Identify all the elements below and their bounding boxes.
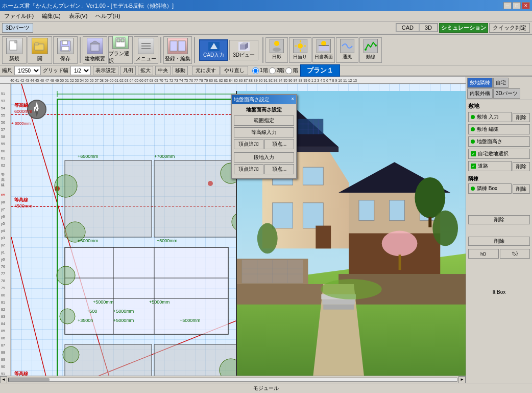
save-button[interactable]: 保存 xyxy=(53,36,78,64)
svg-text:51: 51 xyxy=(1,92,5,96)
right-panel-tabs: 敷地隣棟 自宅 内装外構 3Dパーツ xyxy=(466,77,532,100)
cad-input-button[interactable]: CAD入力 xyxy=(199,39,228,61)
svg-rect-154 xyxy=(303,167,323,185)
grid-select[interactable]: 1/2 xyxy=(70,66,91,75)
zoom-button[interactable]: 拡大 xyxy=(138,66,153,75)
menu-button[interactable]: メニュー xyxy=(134,36,158,64)
simulation-label: シミュレーション xyxy=(441,24,486,32)
plan-select-button[interactable]: プラン選択 xyxy=(108,36,133,64)
building-overview-button[interactable]: 建物概要 xyxy=(83,36,107,64)
range-specify-button[interactable]: 範囲指定 xyxy=(234,115,294,126)
road-button[interactable]: ✓ 道路 xyxy=(468,161,512,171)
horizontal-scrollbar[interactable]: ◄ ► xyxy=(0,376,466,383)
menu-help[interactable]: ヘルプ(H) xyxy=(93,12,122,20)
vertex-button1[interactable]: 頂点... xyxy=(264,139,294,149)
menu-view[interactable]: 表示(V) xyxy=(67,12,90,20)
land-input-button[interactable]: 敷地 入力 xyxy=(468,112,512,122)
sunlight-button[interactable]: 日当り xyxy=(289,37,311,63)
ground-height-button[interactable]: 地盤面高さ xyxy=(468,136,530,147)
neighbor-box-label: 隣棟 Box xyxy=(477,185,497,192)
action-button-1[interactable]: hD xyxy=(468,249,499,259)
top-ruler: 40 41 42 43 44 45 46 47 48 49 50 51 52 5… xyxy=(0,77,466,84)
menu-file[interactable]: ファイル(F) xyxy=(2,12,36,20)
redo-button[interactable]: やり直し xyxy=(221,66,248,75)
svg-text:+5000mm: +5000mm xyxy=(149,299,170,305)
display-settings-button[interactable]: 表示設定 xyxy=(93,66,118,75)
vertex-button2[interactable]: 頂点... xyxy=(264,164,294,174)
floor-select: 1階 2階 階 xyxy=(252,67,298,74)
svg-text:61: 61 xyxy=(1,156,5,160)
svg-text:55: 55 xyxy=(1,113,5,117)
step-land-input-button[interactable]: 段地入力 xyxy=(234,152,294,163)
shadow-label: 日影 xyxy=(272,54,281,60)
undo-button[interactable]: 元に戻す xyxy=(192,66,220,75)
svg-text:40 41 42 43 44 45 46 47 48 49 : 40 41 42 43 44 45 46 47 48 49 50 51 52 5… xyxy=(10,79,357,82)
svg-rect-15 xyxy=(170,41,177,51)
land-edit-dot xyxy=(471,127,475,131)
tab-3d-parts[interactable]: 3Dパーツ xyxy=(493,88,520,99)
delete-button-2[interactable]: 削除 xyxy=(468,237,530,246)
svg-point-24 xyxy=(273,48,281,52)
tab-land-neighbor[interactable]: 敷地隣棟 xyxy=(467,78,493,88)
road-delete[interactable]: 削除 xyxy=(513,162,530,171)
action-button-2[interactable]: ち} xyxy=(500,249,530,259)
home-land-check: ✓ xyxy=(471,151,476,156)
sun-section-button[interactable]: 日当断面 xyxy=(312,37,335,63)
dialog-close-button[interactable]: × xyxy=(291,96,294,103)
vertex-add-button1[interactable]: 頂点追加 xyxy=(234,139,263,149)
shadow-button[interactable]: 日影 xyxy=(265,37,288,63)
svg-text:y0: y0 xyxy=(1,258,5,262)
dialog-title-text: 地盤面高さ設定 xyxy=(234,96,270,103)
floor3-radio[interactable] xyxy=(285,67,292,74)
land-edit-button[interactable]: 敷地 編集 xyxy=(468,124,530,134)
scale-select[interactable]: 1/250 xyxy=(14,66,41,75)
drawing-area[interactable]: N +6500mm +7000mm +7000mm +5000mm +5000m… xyxy=(11,84,466,376)
svg-text:76: 76 xyxy=(1,265,5,268)
new-button[interactable]: 新規 xyxy=(2,36,27,64)
svg-point-104 xyxy=(57,266,75,285)
svg-text:等高線: 等高線 xyxy=(14,197,29,202)
svg-rect-169 xyxy=(322,299,355,305)
scroll-track[interactable] xyxy=(8,378,457,382)
svg-rect-156 xyxy=(303,203,323,228)
vertex-add-button2[interactable]: 頂点追加 xyxy=(234,164,263,174)
delete-button-1[interactable]: 削除 xyxy=(468,215,530,224)
legend-button[interactable]: 凡例 xyxy=(120,66,136,75)
svg-rect-10 xyxy=(117,39,120,42)
menu-edit[interactable]: 編集(E) xyxy=(40,12,63,20)
neighbor-box-delete[interactable]: 削除 xyxy=(513,184,530,194)
svg-point-171 xyxy=(321,279,381,299)
road-row: ✓ 道路 削除 xyxy=(468,161,530,172)
tab-home[interactable]: 自宅 xyxy=(493,78,509,88)
minimize-button[interactable]: ─ xyxy=(503,2,512,9)
neighbor-box-button[interactable]: 隣棟 Box xyxy=(468,183,512,194)
contour-input-button[interactable]: 等高線入力 xyxy=(234,127,294,137)
threed-view-button[interactable]: 3Dビュー xyxy=(229,40,258,60)
floor1-radio[interactable] xyxy=(252,67,259,74)
home-land-select-button[interactable]: ✓ 自宅敷地選択 xyxy=(468,149,530,159)
scroll-left-button[interactable]: ◄ xyxy=(0,376,7,383)
open-button[interactable]: 開 xyxy=(28,36,52,64)
maximize-button[interactable]: □ xyxy=(513,2,521,9)
floor2-radio[interactable] xyxy=(269,67,276,74)
center-button[interactable]: 中央 xyxy=(155,66,171,75)
movement-button[interactable]: 動線 xyxy=(359,37,382,63)
close-button[interactable]: ✕ xyxy=(522,2,530,9)
svg-text:87: 87 xyxy=(1,343,5,347)
ground-height-label: 地盤面高さ xyxy=(477,138,502,145)
tab-cad[interactable]: CAD xyxy=(396,24,419,32)
svg-text:90: 90 xyxy=(1,365,5,368)
home-land-select-row: ✓ 自宅敷地選択 xyxy=(468,149,530,160)
move-button[interactable]: 移動 xyxy=(173,66,188,75)
svg-text:85: 85 xyxy=(1,329,5,333)
dialog-title-bar[interactable]: 地盤面高さ設定 × xyxy=(232,95,296,104)
tab-interior-exterior[interactable]: 内装外構 xyxy=(467,88,493,99)
quick-judge-btn[interactable]: クイック判定 xyxy=(489,23,530,33)
ventilation-button[interactable]: 通風 xyxy=(336,37,358,63)
land-input-delete[interactable]: 削除 xyxy=(513,113,530,122)
svg-point-102 xyxy=(55,175,77,197)
svg-point-164 xyxy=(432,211,458,246)
register-edit-button[interactable]: 登録・編集 xyxy=(163,36,192,64)
scroll-right-button[interactable]: ► xyxy=(458,376,466,383)
tab-threed[interactable]: 3D xyxy=(419,24,438,32)
